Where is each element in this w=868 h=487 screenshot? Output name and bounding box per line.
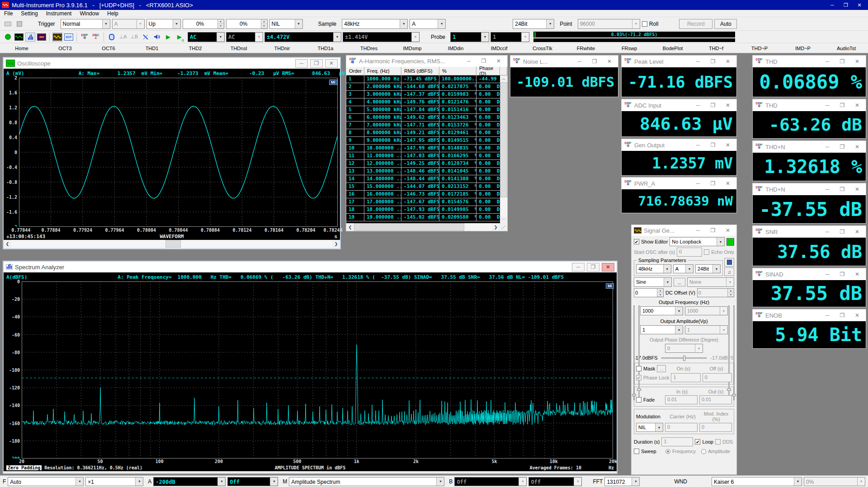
oscilloscope-titlebar[interactable]: Oscilloscope ─ ❐ ✕ xyxy=(4,58,340,69)
maximize-button[interactable]: ❐ xyxy=(707,101,719,110)
trigger-coupling-select[interactable]: NIL▼ xyxy=(269,19,303,29)
sampling-bits-select[interactable]: 24Bit▼ xyxy=(513,19,554,29)
gen-channel-select[interactable]: A▼ xyxy=(673,264,693,273)
thd-pct-titlebar[interactable]: DDP⊕THD─❐✕ xyxy=(753,56,866,67)
gen-bits-select[interactable]: 24Bit▼ xyxy=(695,264,721,273)
harmonic-row[interactable]: 1010.000000 ...-147.99 dBFS0.0148835 %0.… xyxy=(346,145,500,152)
gen-output-titlebar[interactable]: DDP⊕Gen Output─❐✕ xyxy=(622,139,736,151)
tab-thd~f[interactable]: THD~f xyxy=(694,44,738,53)
maximize-button[interactable]: ❐ xyxy=(588,57,601,66)
close-button[interactable]: ✕ xyxy=(722,141,734,150)
harmonic-row[interactable]: 88.000000 kHz-149.21 dBFS0.0129461 %0.00… xyxy=(346,129,500,137)
oscilloscope-maximize-button[interactable]: ❐ xyxy=(310,59,323,68)
col-rms[interactable]: RMS (dBFS) xyxy=(401,66,439,75)
harmonic-row[interactable]: 1919.000000 ...-145.02 dBFS0.0209580 %0.… xyxy=(346,214,500,221)
harmonics-vscrollbar[interactable]: ︿ ﹀ xyxy=(500,75,507,223)
loop-checkbox[interactable] xyxy=(695,439,700,445)
close-button[interactable]: ✕ xyxy=(851,185,863,194)
scroll-right-icon[interactable]: ❯ xyxy=(332,240,340,248)
spectrum-maximize-button[interactable]: ❐ xyxy=(587,263,599,272)
coupling-a-select[interactable]: AC▼ xyxy=(188,32,225,42)
a-range-select[interactable]: -200dB▼ xyxy=(153,477,226,486)
harmonics-hscrollbar[interactable]: ❮ ❯ ⋰ xyxy=(346,223,507,231)
show-editor-checkbox[interactable] xyxy=(634,239,639,244)
window-function-select[interactable]: Kaiser 6▼ xyxy=(712,477,802,486)
harmonics-titlebar[interactable]: DDP▦ A-Harmonic Frequencies, RMS... ─ ❐ … xyxy=(346,56,507,66)
sampling-channel-select[interactable]: A▼ xyxy=(410,19,446,29)
tab-frswp[interactable]: FRswp xyxy=(608,44,651,53)
modulation-select[interactable]: NIL▼ xyxy=(636,423,663,432)
tab-imddin[interactable]: IMDdin xyxy=(434,44,477,53)
harmonics-minimize-button[interactable]: ─ xyxy=(462,57,475,66)
open-file-icon[interactable] xyxy=(3,19,13,28)
enob-titlebar[interactable]: DDP⊕ENOB─❐✕ xyxy=(753,309,866,321)
loopback-select[interactable]: No Loopback▼ xyxy=(670,237,725,246)
speaker-icon[interactable] xyxy=(152,33,162,42)
maximize-button[interactable]: ❐ xyxy=(836,143,849,151)
device-test-plan-icon[interactable]: DUT xyxy=(64,33,74,42)
tab-thdnir[interactable]: THDnir xyxy=(260,44,304,53)
col-order[interactable]: Order xyxy=(346,66,364,75)
minimize-button[interactable]: ─ xyxy=(692,226,704,235)
waveform-select[interactable]: Sine▼ xyxy=(634,277,672,287)
range-a-select[interactable]: ±4.472V▼ xyxy=(264,32,341,42)
harmonic-row[interactable]: 22.000000 kHz-144.68 dBFS0.0217875 %0.00… xyxy=(346,83,500,91)
tab-oct6[interactable]: OCT6 xyxy=(87,44,130,53)
close-button[interactable]: ✕ xyxy=(722,179,734,188)
tab-thdres[interactable]: THDres xyxy=(347,44,391,53)
harmonic-row[interactable]: 11000.000 Hz-71.45 dBFS100.000000...-44.… xyxy=(346,75,500,83)
harmonics-maximize-button[interactable]: ❐ xyxy=(477,57,490,66)
harmonic-row[interactable]: 1313.000000 ...-148.46 dBFS0.0141045 %0.… xyxy=(346,168,500,175)
spectrum-titlebar[interactable]: Spectrum Analyzer ─ ❐ ✕ xyxy=(4,262,617,272)
fft-size-select[interactable]: 131072▼ xyxy=(604,477,640,486)
snr-titlebar[interactable]: DDP⊕SNR─❐✕ xyxy=(753,226,866,238)
tab-bodeplot[interactable]: BodePlot xyxy=(651,44,694,53)
spectrum-plot[interactable]: 0-20-40-60-80-100-120-140-160-180-200 Mi xyxy=(4,281,617,459)
maximize-button[interactable]: ❐ xyxy=(836,270,849,279)
scroll-left-icon[interactable]: ❮ xyxy=(346,223,354,231)
adc-input-titlebar[interactable]: DDP⊕ADC Input─❐✕ xyxy=(622,99,736,111)
balance-slider[interactable] xyxy=(661,357,707,359)
menu-setting[interactable]: Setting xyxy=(17,10,42,17)
sweep-checkbox[interactable] xyxy=(634,449,639,454)
trigger-delay-spinner[interactable]: 0%▲▼ xyxy=(226,19,268,29)
harmonic-row[interactable]: 1212.000000 ...-149.25 dBFS0.0128734 %0.… xyxy=(346,160,500,168)
sinad-titlebar[interactable]: DDP⊕SINAD─❐✕ xyxy=(753,268,866,280)
probe-a-select[interactable]: 1▼ xyxy=(450,32,489,42)
tab-audiotst[interactable]: AudioTst xyxy=(825,44,868,53)
gen-rate-select[interactable]: 48kHz▼ xyxy=(636,264,671,273)
tab-thd1[interactable]: THD1 xyxy=(130,44,174,53)
tab-oct3[interactable]: OCT3 xyxy=(43,44,87,53)
menu-help[interactable]: Help xyxy=(103,10,123,17)
harmonic-row[interactable]: 1616.000000 ...-146.73 dBFS0.0172185 %0.… xyxy=(346,191,500,198)
pwr-a-titlebar[interactable]: DDP⊕PWR_A─❐✕ xyxy=(622,178,736,189)
trigger-level-spinner[interactable]: 0%▲▼ xyxy=(183,19,224,29)
multimeter-icon[interactable]: 888 xyxy=(37,33,47,42)
spectrum-mode-select[interactable]: Amplitude Spectrum▼ xyxy=(289,477,444,486)
amp-slider-a-left[interactable] xyxy=(633,305,635,400)
harmonic-row[interactable]: 1111.000000 ...-147.03 dBFS0.0166295 %0.… xyxy=(346,152,500,160)
signal-generator-icon[interactable] xyxy=(52,33,62,42)
minimize-button[interactable]: ─ xyxy=(573,57,586,66)
maximize-button[interactable]: ❐ xyxy=(707,179,719,188)
fade-checkbox[interactable] xyxy=(636,397,642,403)
close-button[interactable]: ✕ xyxy=(851,143,863,151)
minimize-button[interactable]: ─ xyxy=(821,143,834,151)
spectrum-minimize-button[interactable]: ─ xyxy=(572,263,585,272)
maximize-button[interactable]: ❐ xyxy=(839,1,853,9)
harmonics-close-button[interactable]: ✕ xyxy=(492,57,505,66)
scroll-left-icon[interactable]: ❮ xyxy=(4,240,11,248)
waveform-more-button[interactable]: ... xyxy=(674,278,685,286)
peak-level-titlebar[interactable]: DDP⊕Peak Level─❐✕ xyxy=(622,56,736,67)
minimize-button[interactable]: ─ xyxy=(826,1,839,9)
tab-home[interactable]: Home xyxy=(0,44,43,53)
noise-level-titlebar[interactable]: DDP⊕Noise L...─❐✕ xyxy=(510,56,618,67)
roll-checkbox-box[interactable] xyxy=(642,21,647,27)
thdn-pct-titlebar[interactable]: DDP⊕THD+N─❐✕ xyxy=(753,141,866,153)
oscilloscope-hscrollbar[interactable]: ❮ ❯ xyxy=(4,240,340,248)
tab-thd~p[interactable]: THD~P xyxy=(738,44,781,53)
maximize-button[interactable]: ❐ xyxy=(836,311,849,320)
scroll-right-icon[interactable]: ❯ xyxy=(492,223,500,231)
scroll-up-icon[interactable]: ︿ xyxy=(500,75,507,82)
close-button[interactable]: ✕ xyxy=(851,311,863,320)
